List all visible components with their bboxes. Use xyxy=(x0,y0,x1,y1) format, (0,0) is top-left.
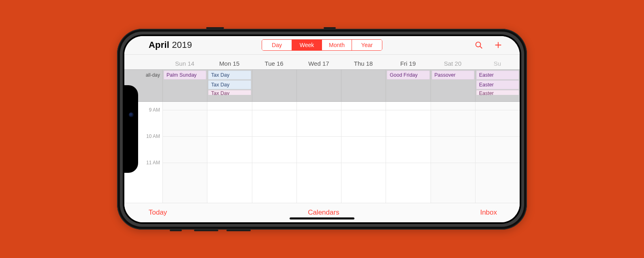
grid-col[interactable] xyxy=(431,102,475,203)
inbox-button[interactable]: Inbox xyxy=(480,209,497,217)
all-day-cell[interactable]: Passover xyxy=(431,70,475,101)
grid-col[interactable] xyxy=(207,102,252,203)
hour-label: 11 AM xyxy=(146,160,160,166)
day-header[interactable]: Fri 19 xyxy=(386,60,430,69)
all-day-event[interactable]: Palm Sunday xyxy=(164,71,206,80)
grid-col[interactable] xyxy=(162,102,207,203)
all-day-cell[interactable] xyxy=(296,70,341,101)
side-button xyxy=(324,27,336,29)
all-day-event[interactable]: Tax Day xyxy=(208,71,251,80)
side-button xyxy=(170,230,182,231)
day-header[interactable]: Wed 17 xyxy=(296,60,341,69)
day-header-next[interactable]: Su xyxy=(475,60,520,69)
calendars-button[interactable]: Calendars xyxy=(308,209,339,217)
grid-col[interactable] xyxy=(341,102,386,203)
all-day-event[interactable]: Good Friday xyxy=(387,71,429,80)
day-header-row: Sun 14 Mon 15 Tue 16 Wed 17 Thu 18 Fri 1… xyxy=(124,55,520,69)
notch xyxy=(124,85,138,173)
grid-col[interactable] xyxy=(252,102,296,203)
side-button xyxy=(194,230,218,231)
view-segmented-control[interactable]: Day Week Month Year xyxy=(262,39,382,51)
all-day-cell[interactable] xyxy=(252,70,296,101)
all-day-cell[interactable] xyxy=(341,70,386,101)
segment-day[interactable]: Day xyxy=(262,40,292,50)
topbar: April 2019 Day Week Month Year xyxy=(124,36,520,55)
all-day-event[interactable]: Tax Day xyxy=(208,90,251,95)
day-header[interactable]: Sat 20 xyxy=(431,60,475,69)
home-indicator[interactable] xyxy=(290,217,354,219)
grid-col[interactable] xyxy=(296,102,341,203)
all-day-cell[interactable]: Tax DayTax DayTax Day xyxy=(207,70,252,101)
front-camera xyxy=(129,112,134,117)
all-day-event[interactable]: Passover xyxy=(432,71,474,80)
all-day-row: all-day Palm Sunday Tax DayTax DayTax Da… xyxy=(124,69,520,102)
day-header[interactable]: Sun 14 xyxy=(162,60,207,69)
svg-line-1 xyxy=(480,46,482,48)
segment-year[interactable]: Year xyxy=(352,40,382,50)
all-day-event[interactable]: Tax Day xyxy=(208,80,251,89)
hour-label: 9 AM xyxy=(149,107,160,113)
day-header[interactable]: Mon 15 xyxy=(207,60,252,69)
calendar-app: April 2019 Day Week Month Year xyxy=(124,36,520,222)
all-day-label: all-day xyxy=(142,70,162,101)
hour-label: 10 AM xyxy=(146,133,160,139)
day-header[interactable]: Tue 16 xyxy=(252,60,296,69)
day-header[interactable]: Thu 18 xyxy=(341,60,386,69)
title-year: 2019 xyxy=(172,40,192,50)
all-day-cell[interactable]: Palm Sunday xyxy=(162,70,207,101)
time-gutter: 9 AM 10 AM 11 AM xyxy=(142,102,162,203)
all-day-event[interactable]: Easter xyxy=(476,90,519,95)
time-grid[interactable]: 9 AM 10 AM 11 AM xyxy=(124,102,520,203)
title-month: April xyxy=(149,40,169,50)
screen: April 2019 Day Week Month Year xyxy=(124,36,520,222)
page-title: April 2019 xyxy=(149,40,192,50)
grid-col[interactable] xyxy=(386,102,430,203)
all-day-event[interactable]: Easter xyxy=(476,80,519,89)
svg-point-0 xyxy=(476,42,481,47)
phone-frame: April 2019 Day Week Month Year xyxy=(117,29,527,230)
add-icon[interactable] xyxy=(494,41,503,49)
side-button xyxy=(226,230,251,231)
all-day-cell[interactable]: EasterEasterEaster xyxy=(475,70,520,101)
segment-week[interactable]: Week xyxy=(292,40,322,50)
grid-col[interactable] xyxy=(475,102,520,203)
all-day-cell[interactable]: Good Friday xyxy=(386,70,430,101)
segment-month[interactable]: Month xyxy=(322,40,352,50)
search-icon[interactable] xyxy=(474,41,483,49)
today-button[interactable]: Today xyxy=(149,209,167,217)
side-button xyxy=(206,27,224,29)
all-day-event[interactable]: Easter xyxy=(476,71,519,80)
